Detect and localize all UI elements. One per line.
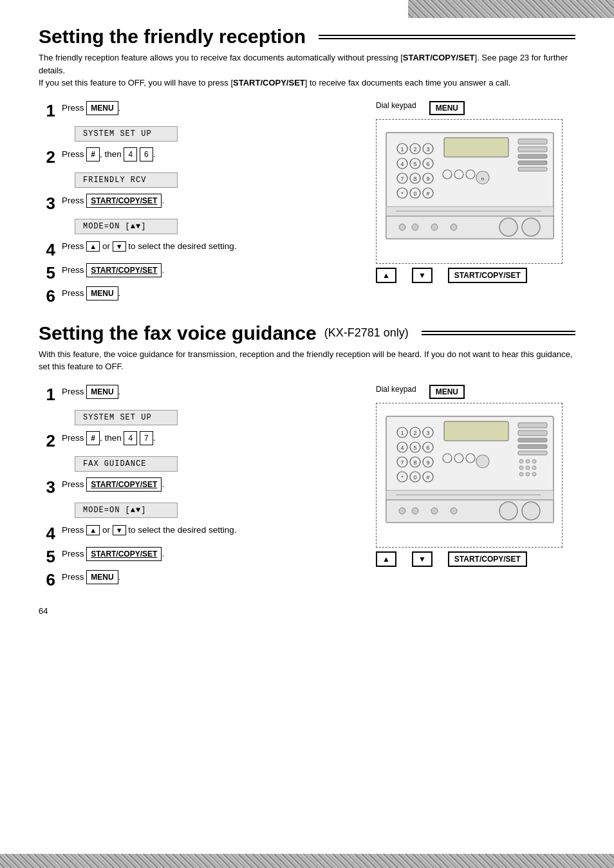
svg-text:2: 2 bbox=[413, 146, 416, 152]
step-number: 3 bbox=[39, 479, 55, 495]
section-1-title-text: Setting the friendly reception bbox=[39, 26, 306, 48]
step-text: Press START/COPY/SET. bbox=[62, 263, 357, 277]
step-content: Press MENU. bbox=[62, 385, 357, 402]
step-2-3: 3 Press START/COPY/SET. bbox=[39, 477, 357, 495]
svg-text:#: # bbox=[426, 190, 429, 197]
step-text: Press START/COPY/SET. bbox=[62, 477, 357, 492]
fax-machine-svg-2: 1 2 3 4 5 6 7 8 bbox=[383, 410, 557, 539]
step-text: Press #, then 4 7. bbox=[62, 431, 357, 445]
step-text: Press START/COPY/SET. bbox=[62, 194, 357, 208]
step-number: 1 bbox=[39, 102, 55, 119]
svg-point-83 bbox=[526, 472, 530, 476]
key-4: 4 bbox=[124, 431, 137, 445]
step-number: 3 bbox=[39, 195, 55, 212]
step-content: Press START/COPY/SET. bbox=[62, 194, 357, 210]
down-button: ▼ bbox=[412, 268, 433, 283]
svg-text:4: 4 bbox=[400, 445, 404, 451]
step-content: Press START/COPY/SET. bbox=[62, 547, 357, 564]
title-decorator-2 bbox=[422, 331, 575, 335]
lcd-system-set-up-1: SYSTEM SET UP bbox=[75, 126, 178, 142]
svg-text:2: 2 bbox=[413, 430, 416, 436]
step-2-5: 5 Press START/COPY/SET. bbox=[39, 547, 357, 565]
section-2-title: Setting the fax voice guidance (KX-F2781… bbox=[39, 322, 575, 344]
fax-machine-diagram-1: 1 2 3 4 5 6 7 bbox=[376, 119, 563, 264]
step-number: 6 bbox=[39, 571, 55, 588]
step-content: Press MENU. bbox=[62, 570, 357, 587]
svg-text:9: 9 bbox=[426, 459, 429, 466]
svg-point-97 bbox=[522, 502, 540, 520]
svg-text:7: 7 bbox=[400, 459, 404, 466]
svg-point-80 bbox=[526, 466, 530, 470]
svg-text:4: 4 bbox=[400, 161, 404, 167]
lcd-mode-on-1: MODE=ON [▲▼] bbox=[75, 219, 178, 234]
up-button-2: ▲ bbox=[376, 551, 396, 567]
section-2-title-text: Setting the fax voice guidance bbox=[39, 322, 317, 344]
section-1-intro: The friendly reception feature allows yo… bbox=[39, 51, 575, 89]
start-copy-set-button-2: START/COPY/SET bbox=[448, 551, 527, 567]
svg-point-39 bbox=[399, 224, 405, 230]
step-number: 5 bbox=[39, 264, 55, 281]
start-key: START/COPY/SET bbox=[86, 194, 162, 208]
svg-text:7: 7 bbox=[400, 176, 404, 182]
svg-text:1: 1 bbox=[400, 430, 404, 436]
svg-rect-28 bbox=[518, 154, 547, 158]
step-content: Press MENU. bbox=[62, 286, 357, 303]
step-text: Press #, then 4 6. bbox=[62, 147, 357, 162]
step-content: Press #, then 4 6. bbox=[62, 147, 357, 164]
hash-key: # bbox=[86, 147, 100, 162]
bottom-buttons-1: ▲ ▼ START/COPY/SET bbox=[376, 268, 575, 283]
svg-point-41 bbox=[431, 224, 438, 230]
step-1-2: 2 Press #, then 4 6. bbox=[39, 147, 357, 165]
step-1-5: 5 Press START/COPY/SET. bbox=[39, 263, 357, 281]
step-text: Press MENU. bbox=[62, 286, 357, 300]
svg-rect-74 bbox=[518, 445, 547, 448]
svg-point-81 bbox=[532, 466, 536, 470]
title-decorator bbox=[319, 35, 575, 39]
svg-text:9: 9 bbox=[426, 176, 429, 182]
svg-point-76 bbox=[519, 459, 523, 463]
menu-label: MENU bbox=[429, 101, 465, 115]
svg-point-94 bbox=[431, 508, 438, 514]
section-2-subtitle: (KX-F2781 only) bbox=[324, 326, 409, 340]
svg-point-92 bbox=[399, 508, 405, 514]
svg-point-44 bbox=[522, 218, 540, 236]
step-content: Press #, then 4 7. bbox=[62, 431, 357, 448]
section-2-steps-left: 1 Press MENU. SYSTEM SET UP 2 Press #, t… bbox=[39, 385, 357, 593]
svg-text:0: 0 bbox=[413, 474, 416, 481]
svg-point-79 bbox=[519, 466, 523, 470]
lcd-friendly-rcv: FRIENDLY RCV bbox=[75, 172, 178, 188]
step-content: Press START/COPY/SET. bbox=[62, 263, 357, 280]
lcd-fax-guidance: FAX GUIDANCE bbox=[75, 456, 178, 472]
step-number: 4 bbox=[39, 241, 55, 258]
down-button-2: ▼ bbox=[412, 551, 433, 567]
step-1-3: 3 Press START/COPY/SET. bbox=[39, 194, 357, 212]
step-number: 1 bbox=[39, 386, 55, 403]
svg-text:*: * bbox=[401, 190, 404, 197]
lcd-mode-on-2: MODE=ON [▲▼] bbox=[75, 503, 178, 518]
svg-point-77 bbox=[526, 459, 530, 463]
lcd-system-set-up-2: SYSTEM SET UP bbox=[75, 410, 178, 425]
svg-rect-27 bbox=[518, 147, 547, 152]
start-key: START/COPY/SET bbox=[86, 263, 162, 277]
svg-text:8: 8 bbox=[413, 459, 416, 466]
svg-point-43 bbox=[499, 218, 517, 236]
section-1-steps-left: 1 Press MENU. SYSTEM SET UP 2 Press #, t… bbox=[39, 101, 357, 309]
step-1-6: 6 Press MENU. bbox=[39, 286, 357, 304]
step-text: Press MENU. bbox=[62, 570, 357, 584]
start-copy-set-button: START/COPY/SET bbox=[448, 268, 527, 283]
svg-rect-70 bbox=[444, 421, 508, 441]
step-1-4: 4 Press ▲ or ▼ to select the desired set… bbox=[39, 240, 357, 258]
svg-text:6: 6 bbox=[426, 445, 429, 451]
page-number: 64 bbox=[39, 606, 575, 616]
fax-machine-svg-1: 1 2 3 4 5 6 7 bbox=[383, 126, 557, 255]
svg-text:#: # bbox=[426, 474, 429, 481]
start-key: START/COPY/SET bbox=[86, 477, 162, 492]
key-7: 7 bbox=[140, 431, 153, 445]
section-1-steps-area: 1 Press MENU. SYSTEM SET UP 2 Press #, t… bbox=[39, 101, 575, 309]
svg-text:3: 3 bbox=[426, 146, 429, 152]
section-2-steps-area: 1 Press MENU. SYSTEM SET UP 2 Press #, t… bbox=[39, 385, 575, 593]
fax-machine-diagram-2: 1 2 3 4 5 6 7 8 bbox=[376, 403, 563, 548]
svg-rect-29 bbox=[518, 161, 547, 165]
key-4: 4 bbox=[124, 147, 137, 162]
step-number: 6 bbox=[39, 288, 55, 304]
